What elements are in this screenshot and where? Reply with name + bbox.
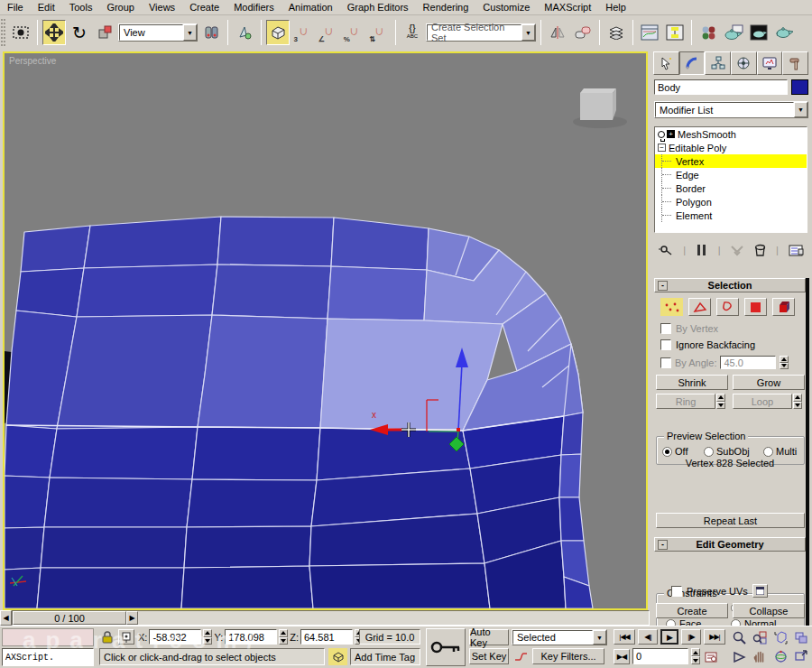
stack-item-editable-poly[interactable]: − Editable Poly [655, 141, 807, 154]
reference-coordsys-dropdown[interactable]: View ▼ [118, 23, 198, 42]
collapse-icon[interactable]: − [658, 144, 666, 152]
edit-named-sets-icon[interactable]: {} ABC [401, 20, 424, 45]
select-and-manipulate-icon[interactable] [233, 20, 256, 45]
curve-editor-icon[interactable] [638, 20, 661, 45]
isolate-grid-icon[interactable] [328, 648, 347, 665]
shrink-button[interactable]: Shrink [656, 375, 728, 390]
key-filters-button[interactable]: Key Filters... [532, 648, 604, 664]
selection-rollout-header[interactable]: - Selection [654, 278, 806, 292]
show-end-result-icon[interactable] [696, 243, 708, 257]
zoom-extents-icon[interactable] [772, 629, 789, 645]
selected-filter-dropdown[interactable]: Selected ▼ [512, 629, 607, 645]
snaps-toggle-button[interactable] [266, 20, 290, 45]
modifier-list-dropdown[interactable]: Modifier List ▼ [654, 101, 808, 118]
menu-create[interactable]: Create [182, 1, 226, 14]
rendered-frame-window-icon[interactable] [747, 20, 770, 45]
chevron-down-icon[interactable]: ▼ [593, 630, 606, 645]
menu-file[interactable]: File [0, 1, 31, 14]
collapse-button[interactable]: Collapse [733, 603, 805, 618]
object-color-swatch[interactable] [791, 79, 808, 95]
render-setup-icon[interactable] [722, 20, 745, 45]
stack-item-element[interactable]: Element [655, 209, 807, 222]
key-mode-toggle[interactable]: ▶◀ [614, 649, 630, 664]
stack-item-polygon[interactable]: Polygon [655, 195, 807, 209]
element-mode-button[interactable] [772, 298, 795, 316]
modifier-on-icon[interactable] [658, 131, 665, 138]
ring-spinner[interactable] [716, 394, 725, 409]
perspective-viewport[interactable]: x [3, 51, 648, 610]
stack-item-meshsmooth[interactable]: + MeshSmooth [655, 127, 807, 141]
viewport-label[interactable]: Perspective [9, 56, 56, 66]
align-icon[interactable] [571, 20, 595, 45]
selection-region-icon[interactable] [9, 20, 32, 45]
z-coord-field[interactable]: 64.581 [300, 629, 353, 645]
menu-graph-editors[interactable]: Graph Editors [340, 1, 416, 14]
remove-modifier-icon[interactable] [754, 244, 766, 257]
panel-scrollbar[interactable] [806, 278, 809, 668]
collapse-rollout-icon[interactable]: - [658, 540, 668, 550]
menu-views[interactable]: Views [142, 1, 182, 14]
grow-button[interactable]: Grow [733, 375, 805, 390]
time-configuration-icon[interactable] [703, 648, 719, 664]
menu-edit[interactable]: Edit [31, 1, 62, 14]
stack-item-edge[interactable]: Edge [655, 168, 807, 181]
loop-spinner[interactable] [793, 394, 802, 409]
preserve-uvs-settings-button[interactable] [752, 584, 768, 598]
angle-snap-icon[interactable]: ∩∠ [317, 20, 340, 45]
frame-spinner[interactable] [691, 648, 700, 664]
schematic-view-icon[interactable] [663, 20, 687, 45]
snap-3d-icon[interactable]: ∩3 [291, 20, 315, 45]
auto-key-button[interactable]: Auto Key [469, 629, 509, 645]
toolbar-grip[interactable] [1, 19, 5, 46]
add-time-tag[interactable]: Add Time Tag [350, 648, 420, 665]
tab-hierarchy[interactable] [705, 51, 731, 75]
next-frame-button[interactable]: ||▶ [681, 629, 701, 645]
stack-item-vertex[interactable]: Vertex [655, 154, 807, 168]
tab-utilities[interactable] [782, 51, 808, 75]
ring-button[interactable]: Ring [656, 394, 715, 409]
play-button[interactable]: ▶ [660, 629, 678, 645]
spinner-snap-icon[interactable]: ∩⇅ [367, 20, 391, 45]
menu-rendering[interactable]: Rendering [416, 1, 476, 14]
repeat-last-button[interactable]: Repeat Last [656, 513, 805, 528]
absolute-mode-toggle[interactable] [118, 629, 134, 645]
time-slider-left-arrow[interactable]: ◀ [0, 610, 12, 626]
make-unique-icon[interactable] [730, 244, 744, 256]
y-coord-field[interactable]: 178.098 [225, 629, 277, 645]
time-slider-track[interactable]: 0 / 100 ▶ [12, 610, 650, 626]
macro-recorder-field[interactable] [2, 628, 94, 646]
select-and-rotate-button[interactable]: ↻ [68, 20, 91, 45]
previous-frame-button[interactable]: ◀|| [638, 629, 658, 645]
preview-subobj-radio[interactable] [704, 447, 714, 457]
by-angle-spinner[interactable] [780, 356, 789, 369]
use-pivot-center-icon[interactable] [199, 20, 223, 45]
go-to-start-button[interactable]: |◀◀ [614, 629, 635, 645]
menu-animation[interactable]: Animation [281, 1, 340, 14]
zoom-all-icon[interactable] [752, 629, 768, 645]
time-slider-handle[interactable]: 0 / 100 [13, 611, 126, 625]
chevron-down-icon[interactable]: ▼ [521, 24, 535, 41]
tab-create[interactable] [653, 51, 679, 75]
polygon-mode-button[interactable] [744, 298, 767, 316]
set-keys-button[interactable] [426, 628, 466, 666]
stack-item-border[interactable]: Border [655, 181, 807, 195]
vertex-mode-button[interactable] [660, 298, 683, 316]
pan-hand-icon[interactable] [752, 648, 768, 664]
by-vertex-checkbox[interactable] [660, 323, 671, 334]
object-name-field[interactable]: Body [654, 79, 788, 95]
current-frame-field[interactable]: 0 [632, 648, 688, 664]
arc-rotate-icon[interactable] [772, 648, 789, 664]
set-key-button[interactable]: Set Key [469, 648, 509, 664]
loop-button[interactable]: Loop [733, 394, 792, 409]
select-and-move-button[interactable] [42, 20, 66, 45]
preview-multi-radio[interactable] [763, 447, 773, 457]
material-editor-icon[interactable] [697, 20, 720, 45]
by-angle-checkbox[interactable] [660, 357, 671, 368]
go-to-end-button[interactable]: ▶▶| [704, 629, 725, 645]
y-spinner[interactable] [279, 629, 288, 645]
quick-render-icon[interactable] [772, 20, 796, 45]
tab-motion[interactable] [731, 51, 757, 75]
field-of-view-icon[interactable] [731, 648, 747, 664]
select-and-scale-button[interactable] [93, 20, 116, 45]
default-tangent-icon[interactable] [512, 648, 529, 664]
